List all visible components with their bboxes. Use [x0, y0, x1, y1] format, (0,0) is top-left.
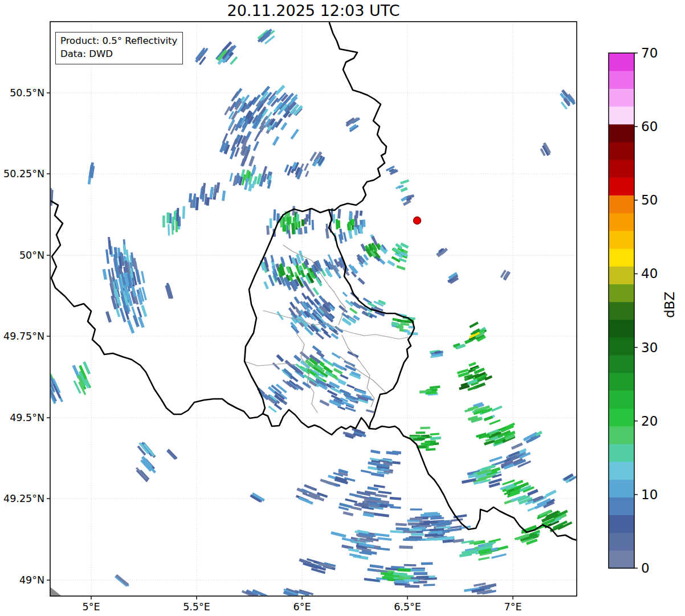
- radar-figure: 5°E5.5°E6°E6.5°E7°E50.5°N50.25°N50°N49.7…: [0, 0, 685, 616]
- colorbar-tick-label: 50: [641, 193, 658, 207]
- y-tick-label: 49.25°N: [3, 493, 44, 504]
- x-tick-label: 7°E: [504, 601, 522, 613]
- radar-site-marker: [414, 217, 421, 225]
- product-line: Product: 0.5° Reflectivity: [60, 34, 177, 47]
- colorbar-tick-label: 70: [641, 46, 658, 60]
- map-canvas: 5°E5.5°E6°E6.5°E7°E50.5°N50.25°N50°N49.7…: [0, 0, 685, 616]
- colorbar-ticks: 010203040506070: [634, 46, 658, 576]
- colorbar-tick-label: 10: [641, 487, 658, 502]
- y-tick-label: 49.5°N: [10, 412, 44, 423]
- x-axis-ticks: 5°E5.5°E6°E6.5°E7°E: [83, 596, 522, 613]
- colorbar-tick-label: 20: [641, 414, 658, 429]
- colorbar-tick-label: 60: [641, 119, 658, 134]
- y-tick-label: 49°N: [19, 574, 44, 586]
- corner-wedge: [50, 587, 62, 596]
- product-annotation-box: Product: 0.5° Reflectivity Data: DWD: [55, 32, 183, 64]
- y-tick-label: 49.75°N: [3, 331, 44, 342]
- colorbar-tick-label: 30: [641, 340, 658, 355]
- x-tick-label: 5.5°E: [183, 601, 210, 613]
- data-source-line: Data: DWD: [60, 47, 177, 60]
- x-tick-label: 5°E: [83, 601, 100, 613]
- y-tick-label: 50.5°N: [10, 87, 44, 99]
- colorbar-tick-label: 40: [641, 266, 658, 281]
- y-tick-label: 50°N: [19, 250, 44, 261]
- colorbar-axis-label: dBZ: [662, 292, 677, 318]
- radar-echoes: [47, 28, 580, 599]
- colorbar: [609, 53, 634, 569]
- figure-title: 20.11.2025 12:03 UTC: [50, 2, 577, 19]
- x-tick-label: 6°E: [293, 601, 311, 613]
- y-axis-ticks: 50.5°N50.25°N50°N49.75°N49.5°N49.25°N49°…: [3, 87, 50, 586]
- y-tick-label: 50.25°N: [3, 168, 44, 180]
- colorbar-tick-label: 0: [641, 561, 650, 576]
- x-tick-label: 6.5°E: [394, 601, 421, 613]
